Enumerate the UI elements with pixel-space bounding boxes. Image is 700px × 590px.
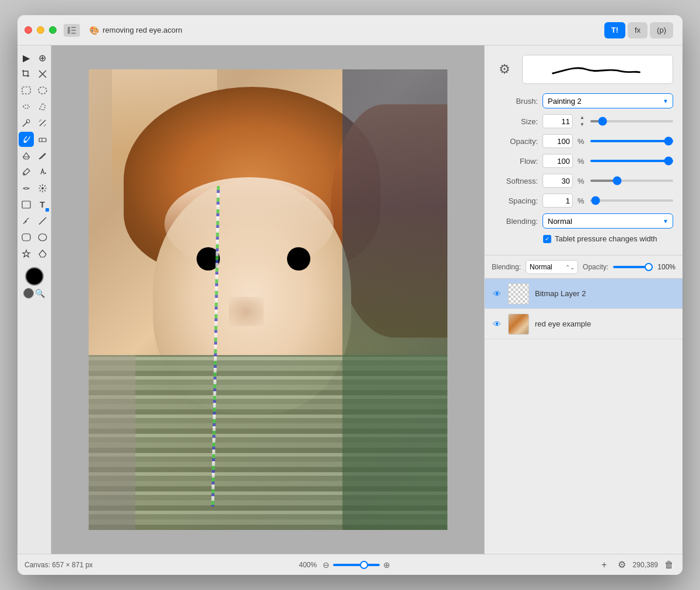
layer-visibility-icon[interactable]: 👁 [492,289,502,299]
svg-point-14 [24,221,26,223]
layer-name: Bitmap Layer 2 [535,289,676,298]
zoom-out-button[interactable]: ⊖ [321,560,331,570]
flow-slider[interactable] [590,160,673,162]
zoom-tool[interactable]: ⊕ [35,50,50,65]
brush-panel: ⚙ Brush: Painting 2 Painting 1 Ai [485,45,682,255]
spacing-slider[interactable] [590,199,673,202]
maximize-button[interactable] [49,26,57,34]
right-eye [287,247,310,271]
spacing-unit: % [578,196,586,205]
paint-brush-tool[interactable] [19,132,34,147]
p-tab-button[interactable]: (p) [650,22,673,38]
layer-item[interactable]: 👁 red eye example [485,309,682,339]
spacing-label: Spacing: [494,196,538,205]
sidebar-toggle-button[interactable] [64,24,80,37]
crop-tool[interactable] [19,66,34,82]
lasso-tool[interactable] [19,99,34,114]
add-layer-button[interactable]: + [598,559,611,571]
flow-row: Flow: % [494,154,673,168]
rect-select-tool[interactable] [19,83,34,98]
paint-bucket-tool[interactable] [19,148,34,163]
softness-slider[interactable] [590,180,673,182]
right-panel: ⚙ Brush: Painting 2 Painting 1 Ai [484,45,682,554]
svg-rect-3 [71,33,76,34]
wand-tool[interactable] [35,115,50,131]
arrow-tool[interactable]: ▶ [19,50,34,65]
size-down-arrow[interactable]: ▼ [579,121,586,128]
tablet-checkbox[interactable]: ✓ [543,235,551,243]
layer-item[interactable]: 👁 Bitmap Layer 2 [485,279,682,309]
svg-point-5 [38,87,47,94]
tool-row-5 [19,115,50,131]
size-input[interactable] [542,114,573,128]
bg-right [342,69,447,530]
tablet-checkbox-label: Tablet pressure changes width [555,234,657,243]
layer-visibility-icon[interactable]: 👁 [492,319,502,329]
pen-tool[interactable] [19,213,34,229]
spacing-input[interactable] [542,194,573,208]
size-row: Size: ▲ ▼ [494,114,673,128]
tool-row-10: T [19,197,50,212]
rounded-rect-tool[interactable] [19,230,34,245]
smudge-tool[interactable] [19,181,34,196]
opacity-row: Opacity: % [494,134,673,148]
minimize-button[interactable] [37,26,44,34]
canvas-area[interactable] [51,45,484,554]
transform-tool[interactable] [35,66,50,82]
primary-color-swatch[interactable] [25,267,44,286]
size-label: Size: [494,117,538,126]
svg-rect-8 [39,138,46,142]
tool-row-6 [19,132,50,147]
softness-input[interactable] [542,174,573,188]
opacity-label: Opacity: [494,137,538,146]
layers-blend-select[interactable]: Normal Multiply Screen [526,260,578,274]
magnifier-icon[interactable]: 🔍 [35,289,45,298]
blending-row: Blending: Normal Multiply Screen Overlay… [494,213,673,229]
clone-tool[interactable] [35,164,50,180]
star-tool[interactable] [19,246,34,261]
zoom-text: 400% [299,561,317,569]
polygon-tool[interactable] [35,246,50,261]
magic-wand-tool[interactable] [19,115,34,131]
pencil-tool[interactable] [35,148,50,163]
text-tool[interactable]: T [35,197,50,212]
rect-shape-tool[interactable] [19,197,34,212]
opacity-slider[interactable] [590,140,673,142]
delete-layer-button[interactable]: 🗑 [663,559,676,571]
opacity-input[interactable] [542,134,573,148]
tool-row-12 [19,230,50,245]
flow-input[interactable] [542,154,573,168]
tool-row-11 [19,213,50,229]
color-swatch-area: 🔍 [23,267,45,298]
svg-rect-15 [22,234,30,241]
layers-opacity-thumb[interactable] [645,263,653,271]
zoom-in-button[interactable]: ⊕ [382,560,391,570]
zoom-slider-thumb[interactable] [360,561,368,569]
size-slider[interactable] [590,120,673,122]
poly-lasso-tool[interactable] [35,99,50,114]
zoom-slider-track[interactable] [333,564,380,566]
svg-point-12 [41,187,44,189]
gear-button[interactable]: ⚙ [494,59,515,80]
tools-tab-button[interactable]: T! [604,22,625,38]
blending-label: Blending: [494,217,538,226]
blending-select[interactable]: Normal Multiply Screen Overlay [542,213,673,229]
ellipse-tool[interactable] [35,230,50,245]
brush-select[interactable]: Painting 2 Painting 1 Airbrush [542,93,673,108]
flare-tool[interactable] [35,181,50,196]
title-area: 🎨 removing red eye.acorn [89,26,183,35]
tool-row-7 [19,148,50,163]
eyedropper-tool[interactable] [19,164,34,180]
eraser-tool[interactable] [35,132,50,147]
softness-label: Softness: [494,177,538,185]
secondary-color-swatch[interactable] [23,288,34,298]
fx-tab-button[interactable]: fx [628,22,648,38]
color-row: 🔍 [23,288,45,298]
ellipse-select-tool[interactable] [35,83,50,98]
line-tool[interactable] [35,213,50,229]
size-up-arrow[interactable]: ▲ [579,114,586,121]
layers-opacity-track[interactable] [613,266,653,268]
softness-unit: % [578,177,586,185]
layer-settings-button[interactable]: ⚙ [615,559,628,571]
close-button[interactable] [24,26,32,34]
